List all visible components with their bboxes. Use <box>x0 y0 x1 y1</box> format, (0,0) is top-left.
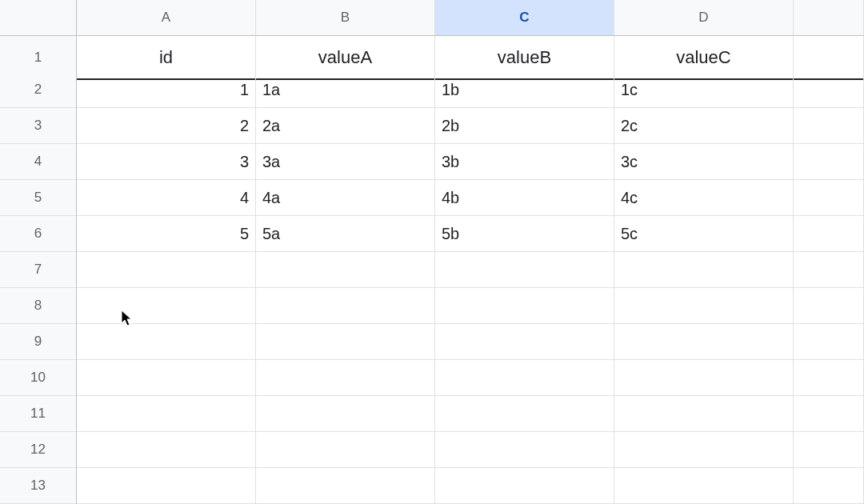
cell-C7[interactable] <box>435 252 614 288</box>
cell-E12[interactable] <box>794 432 864 468</box>
cell-D4[interactable]: 3c <box>614 144 794 180</box>
cell-A4[interactable]: 3 <box>77 144 256 180</box>
cell-C13[interactable] <box>435 468 614 504</box>
cell-E11[interactable] <box>794 396 864 432</box>
cell-E10[interactable] <box>794 360 864 396</box>
cell-B11[interactable] <box>256 396 435 432</box>
column-header-C[interactable]: C <box>435 0 614 36</box>
cell-D9[interactable] <box>614 324 794 360</box>
cell-E13[interactable] <box>794 468 864 504</box>
row-header-5[interactable]: 5 <box>0 180 77 216</box>
cell-B6[interactable]: 5a <box>256 216 435 252</box>
cell-D7[interactable] <box>614 252 794 288</box>
cell-D10[interactable] <box>614 360 794 396</box>
cell-B5[interactable]: 4a <box>256 180 435 216</box>
cell-A8[interactable] <box>77 288 256 324</box>
cell-D12[interactable] <box>614 432 794 468</box>
cell-E7[interactable] <box>794 252 864 288</box>
cell-A6[interactable]: 5 <box>77 216 256 252</box>
row-header-12[interactable]: 12 <box>0 432 77 468</box>
cell-D11[interactable] <box>614 396 794 432</box>
cell-B8[interactable] <box>256 288 435 324</box>
cell-B9[interactable] <box>256 324 435 360</box>
cell-A9[interactable] <box>77 324 256 360</box>
cell-A12[interactable] <box>77 432 256 468</box>
row-header-2[interactable]: 2 <box>0 72 77 108</box>
cell-A5[interactable]: 4 <box>77 180 256 216</box>
cell-A11[interactable] <box>77 396 256 432</box>
cell-E6[interactable] <box>794 216 864 252</box>
cell-E5[interactable] <box>794 180 864 216</box>
cell-A10[interactable] <box>77 360 256 396</box>
cell-D6[interactable]: 5c <box>614 216 794 252</box>
cell-C12[interactable] <box>435 432 614 468</box>
cell-E4[interactable] <box>794 144 864 180</box>
cell-D8[interactable] <box>614 288 794 324</box>
cell-B7[interactable] <box>256 252 435 288</box>
cell-B2[interactable]: 1a <box>256 72 435 108</box>
cell-B12[interactable] <box>256 432 435 468</box>
cell-B10[interactable] <box>256 360 435 396</box>
spreadsheet-grid[interactable]: A B C D 1 id valueA valueB valueC 2 1 1a… <box>0 0 864 504</box>
row-header-10[interactable]: 10 <box>0 360 77 396</box>
cell-C5[interactable]: 4b <box>435 180 614 216</box>
row-header-8[interactable]: 8 <box>0 288 77 324</box>
cell-C10[interactable] <box>435 360 614 396</box>
cell-D13[interactable] <box>614 468 794 504</box>
row-header-7[interactable]: 7 <box>0 252 77 288</box>
row-header-6[interactable]: 6 <box>0 216 77 252</box>
cell-A7[interactable] <box>77 252 256 288</box>
cell-D3[interactable]: 2c <box>614 108 794 144</box>
row-header-9[interactable]: 9 <box>0 324 77 360</box>
cell-A2[interactable]: 1 <box>77 72 256 108</box>
cell-E8[interactable] <box>794 288 864 324</box>
cell-A13[interactable] <box>77 468 256 504</box>
row-header-11[interactable]: 11 <box>0 396 77 432</box>
cell-D2[interactable]: 1c <box>614 72 794 108</box>
cell-C8[interactable] <box>435 288 614 324</box>
cell-C9[interactable] <box>435 324 614 360</box>
cell-A3[interactable]: 2 <box>77 108 256 144</box>
row-header-4[interactable]: 4 <box>0 144 77 180</box>
cell-C6[interactable]: 5b <box>435 216 614 252</box>
cell-C11[interactable] <box>435 396 614 432</box>
column-header-E[interactable] <box>794 0 864 36</box>
cell-C3[interactable]: 2b <box>435 108 614 144</box>
cell-C2[interactable]: 1b <box>435 72 614 108</box>
cell-E9[interactable] <box>794 324 864 360</box>
cell-D5[interactable]: 4c <box>614 180 794 216</box>
column-header-B[interactable]: B <box>256 0 435 36</box>
column-header-A[interactable]: A <box>77 0 256 36</box>
select-all-corner[interactable] <box>0 0 77 36</box>
cell-B13[interactable] <box>256 468 435 504</box>
cell-C4[interactable]: 3b <box>435 144 614 180</box>
row-header-3[interactable]: 3 <box>0 108 77 144</box>
cell-B3[interactable]: 2a <box>256 108 435 144</box>
row-header-13[interactable]: 13 <box>0 468 77 504</box>
cell-E3[interactable] <box>794 108 864 144</box>
cell-B4[interactable]: 3a <box>256 144 435 180</box>
cell-E2[interactable] <box>794 72 864 108</box>
column-header-D[interactable]: D <box>614 0 794 36</box>
